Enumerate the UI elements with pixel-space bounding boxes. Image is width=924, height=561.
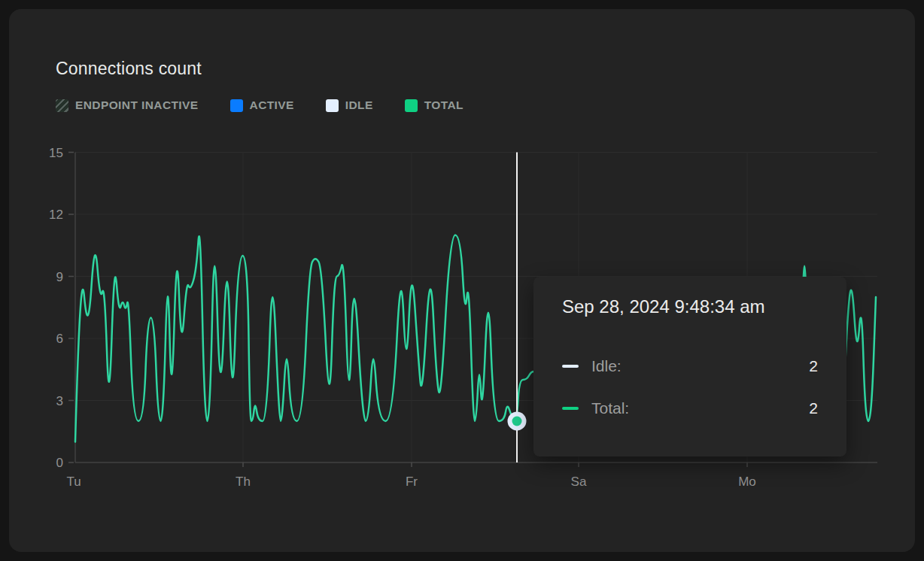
svg-text:Tu: Tu (66, 475, 81, 489)
total-dash-icon (562, 407, 579, 410)
tooltip-idle-value: 2 (809, 356, 818, 376)
tooltip-total-value: 2 (809, 399, 818, 418)
tooltip-row-idle: Idle: 2 (562, 356, 818, 376)
svg-text:Mo: Mo (738, 475, 756, 489)
svg-text:12: 12 (49, 208, 63, 222)
svg-text:Sa: Sa (571, 475, 587, 489)
tooltip-idle-label: Idle: (591, 356, 622, 376)
svg-text:9: 9 (56, 270, 63, 284)
svg-text:0: 0 (56, 456, 63, 470)
cursor-marker-dot (512, 417, 522, 426)
svg-text:Fr: Fr (406, 475, 418, 489)
tooltip-rows: Idle: 2 Total: 2 (562, 356, 818, 418)
svg-text:15: 15 (49, 146, 63, 160)
svg-text:Th: Th (236, 475, 251, 489)
chart-tooltip: Sep 28, 2024 9:48:34 am Idle: 2 Total: 2 (533, 277, 846, 456)
tooltip-timestamp: Sep 28, 2024 9:48:34 am (562, 296, 818, 317)
tooltip-row-total: Total: 2 (562, 399, 818, 418)
svg-text:6: 6 (56, 332, 63, 346)
svg-text:3: 3 (56, 394, 63, 408)
idle-dash-icon (562, 365, 579, 368)
tooltip-total-label: Total: (591, 399, 629, 418)
